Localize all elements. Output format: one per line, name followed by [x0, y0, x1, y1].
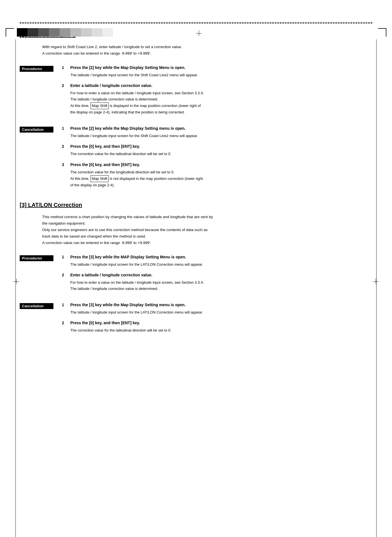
cancellation-steps-1: 1 Press the [2] key while the Map Displa…	[62, 126, 372, 193]
top-color-bar	[17, 28, 113, 37]
crosshair-top	[196, 30, 202, 36]
proc-step2-body1: For how to enter a value on the latitude…	[70, 90, 372, 96]
section2-intro: With regard to Shift Coast Line 2, enter…	[42, 44, 372, 57]
section2-cancellation-block: Cancellation 1 Press the [2] key while t…	[20, 126, 372, 193]
section2-procedures-block: Procedures 1 Press the [2] key while the…	[20, 65, 372, 120]
s3-proc-step2-title: Enter a latitude / longitude correction …	[70, 273, 152, 277]
proc-step1-number: 1	[62, 65, 70, 70]
cancel-step3: 3 Press the [0] key, and then [ENT] key.…	[62, 162, 372, 188]
s3-cancel-step1: 1 Press the [3] key while the Map Displa…	[62, 303, 372, 316]
cancel-step3-body4: of the display on page 2-4).	[70, 182, 372, 188]
s3-proc-step1: 1 Press the [3] key while the MAP Displa…	[62, 255, 372, 268]
proc-step1-header: 1 Press the [2] key while the Map Displa…	[62, 65, 372, 70]
section3-cancellation-block: Cancellation 1 Press the [3] key while t…	[20, 303, 372, 339]
section3-intro-line2: the navigation equipment.	[42, 220, 372, 227]
color-block-8	[92, 28, 102, 37]
proc-step2-body3-line: At this time, Map Shift is displayed in …	[70, 102, 372, 109]
s3-cancel-step2-body: The correction value for the latitudinal…	[70, 327, 372, 334]
cancel-step1-body: The latitude / longitude input screen fo…	[70, 133, 372, 139]
section3-procedures-steps: 1 Press the [3] key while the MAP Displa…	[62, 255, 372, 297]
cancel-step3-title: Press the [0] key, and then [ENT] key.	[70, 162, 140, 167]
color-block-6	[70, 28, 81, 37]
proc-step2-header: 2 Enter a latitude / longitude correctio…	[62, 83, 372, 88]
proc-step2-number: 2	[62, 83, 70, 88]
cancel-step2-body: The correction value for the latitudinal…	[70, 151, 372, 157]
map-shift-box-2: Map Shift	[91, 175, 109, 182]
color-block-1	[17, 28, 28, 37]
color-block-9	[102, 28, 113, 37]
section3-intro-line3: Only our service engineers are to use th…	[42, 227, 372, 233]
s3-cancel-step1-number: 1	[62, 303, 70, 307]
proc-step2-title: Enter a latitude / longitude correction …	[70, 83, 152, 88]
cancel-step1-number: 1	[62, 126, 70, 131]
cancellation-badge-1: Cancellation	[20, 127, 53, 133]
s3-proc-step2-body2: The latitude / longitude correction valu…	[70, 286, 372, 292]
cancel-step2: 2 Press the [0] key, and then [ENT] key.…	[62, 144, 372, 157]
s3-proc-step2-header: 2 Enter a latitude / longitude correctio…	[62, 273, 372, 277]
cancel-step3-body: The correction value for the longitudina…	[70, 169, 372, 188]
section3-intro: This method corrects a chart position by…	[42, 214, 372, 246]
proc-step1: 1 Press the [2] key while the Map Displa…	[62, 65, 372, 78]
s3-proc-step1-body: The latitude / longitude input screen fo…	[70, 261, 372, 268]
cancellation-badge-2: Cancellation	[20, 303, 53, 309]
proc-step1-body: The latitude / longitude input screen fo…	[70, 72, 372, 78]
color-block-7	[81, 28, 92, 37]
color-block-5	[60, 28, 70, 37]
s3-cancel-step2-number: 2	[62, 321, 70, 325]
cancel-step3-body2-line: At this time, Map Shift is not displayed…	[70, 175, 372, 182]
cancel-step2-header: 2 Press the [0] key, and then [ENT] key.	[62, 144, 372, 149]
proc-step1-title: Press the [2] key while the Map Display …	[70, 65, 185, 70]
section3-intro-line1: This method corrects a chart position by…	[42, 214, 372, 220]
s3-cancel-step2-title: Press the [0] key, and then [ENT] key.	[70, 321, 140, 325]
color-block-2	[28, 28, 38, 37]
section3-heading: [3] LAT/LON Correction	[20, 202, 372, 208]
section2-intro-line1: With regard to Shift Coast Line 2, enter…	[42, 44, 372, 50]
dashed-separator	[20, 23, 372, 23]
crosshair-mid-right	[373, 279, 379, 284]
margin-line-left	[15, 39, 16, 537]
corner-mark-tl	[6, 28, 14, 37]
page-container: [2] Shift Coast Line 2 With regard to Sh…	[0, 23, 392, 537]
s3-proc-step1-title: Press the [3] key while the MAP Display …	[70, 255, 186, 259]
procedures-badge-2: Procedures	[20, 255, 53, 261]
s3-proc-step2-body: For how to enter a value on the latitude…	[70, 279, 372, 292]
cancel-step2-number: 2	[62, 144, 70, 149]
s3-proc-step1-header: 1 Press the [3] key while the MAP Displa…	[62, 255, 372, 259]
cancel-step3-header: 3 Press the [0] key, and then [ENT] key.	[62, 162, 372, 167]
proc-step2: 2 Enter a latitude / longitude correctio…	[62, 83, 372, 115]
s3-proc-step2-number: 2	[62, 273, 70, 277]
s3-proc-step1-number: 1	[62, 255, 70, 259]
section3-intro-line5: A correction value can be entered in the…	[42, 240, 372, 246]
s3-cancel-step1-header: 1 Press the [3] key while the Map Displa…	[62, 303, 372, 307]
s3-cancel-step2: 2 Press the [0] key, and then [ENT] key.…	[62, 321, 372, 334]
main-content: [2] Shift Coast Line 2 With regard to Sh…	[20, 23, 372, 339]
section3-cancellation-steps: 1 Press the [3] key while the Map Displa…	[62, 303, 372, 339]
proc-step2-body5: the display on page 2-4), indicating tha…	[70, 109, 372, 115]
proc-step2-body2: The latitude / longitude correction valu…	[70, 96, 372, 102]
cancel-step1-header: 1 Press the [2] key while the Map Displa…	[62, 126, 372, 131]
s3-cancel-step2-header: 2 Press the [0] key, and then [ENT] key.	[62, 321, 372, 325]
s3-cancel-step1-title: Press the [3] key while the Map Display …	[70, 303, 186, 307]
crosshair-mid-left	[13, 279, 19, 284]
corner-mark-tr	[378, 28, 386, 37]
s3-proc-step2: 2 Enter a latitude / longitude correctio…	[62, 273, 372, 292]
s3-cancel-step1-body: The latitude / longitude input screen fo…	[70, 309, 372, 316]
cancel-step3-number: 3	[62, 162, 70, 167]
cancel-step1-title: Press the [2] key while the Map Display …	[70, 126, 186, 131]
margin-line-right	[376, 39, 377, 537]
proc-step2-body: For how to enter a value on the latitude…	[70, 90, 372, 115]
section3-procedures-block: Procedures 1 Press the [3] key while the…	[20, 255, 372, 297]
cancel-step2-title: Press the [0] key, and then [ENT] key.	[70, 144, 140, 149]
section3-intro-line4: track data to be saved are changed when …	[42, 233, 372, 240]
color-block-3	[38, 28, 49, 37]
s3-proc-step2-body1: For how to enter a value on the latitude…	[70, 279, 372, 286]
map-shift-box-1: Map Shift	[91, 102, 109, 109]
cancel-step3-body1: The correction value for the longitudina…	[70, 169, 372, 175]
procedures-steps: 1 Press the [2] key while the Map Displa…	[62, 65, 372, 120]
section2-intro-line2: A correction value can be entered in the…	[42, 50, 372, 57]
cancel-step1: 1 Press the [2] key while the Map Displa…	[62, 126, 372, 139]
color-block-4	[49, 28, 60, 37]
procedures-badge: Procedures	[20, 66, 53, 72]
